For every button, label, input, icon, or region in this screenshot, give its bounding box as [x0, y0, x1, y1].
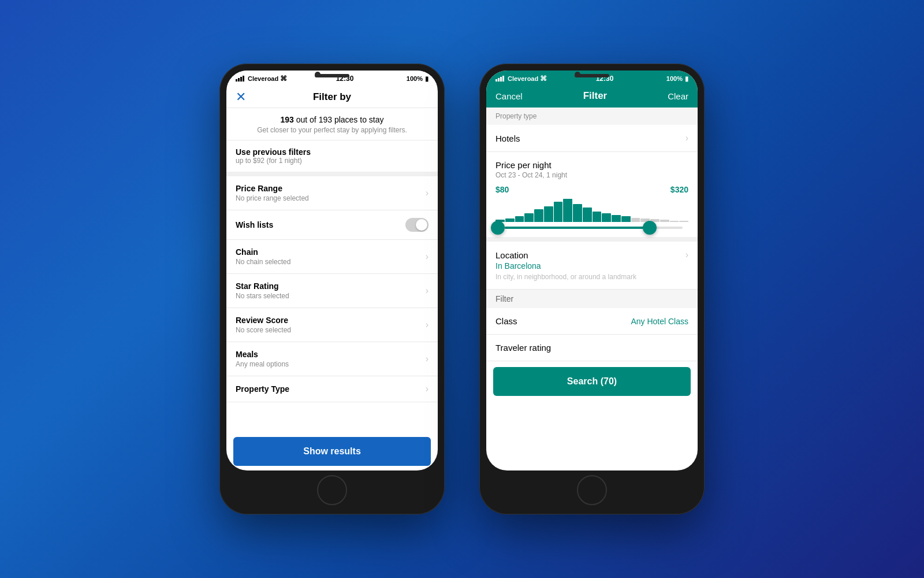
range-thumb-left[interactable]: [491, 221, 505, 235]
battery-label-1: 100%: [407, 75, 423, 82]
hotels-text: Hotels: [495, 134, 520, 143]
chevron-location: ›: [685, 250, 688, 260]
chevron-right-icon: ›: [426, 188, 429, 198]
previous-filter[interactable]: Use previous filters up to $92 (for 1 ni…: [226, 140, 438, 176]
filter-hint: Get closer to your perfect stay by apply…: [238, 126, 426, 134]
status-bar-2: Cleveroad ⌘ 12:30 100% ▮: [486, 71, 698, 87]
search-button[interactable]: Search (70): [493, 367, 691, 396]
property-type-header: Property type: [486, 108, 698, 125]
cancel-button[interactable]: Cancel: [495, 91, 523, 101]
chevron-right-icon-6: ›: [426, 384, 429, 394]
class-item[interactable]: Class Any Hotel Class: [486, 308, 698, 335]
meals-title: Meals: [236, 350, 421, 359]
hotels-item[interactable]: Hotels ›: [486, 125, 698, 152]
filter-list: Price Range No price range selected › Wi…: [226, 176, 438, 432]
price-range-labels: $80 $320: [495, 185, 688, 194]
chevron-right-icon-4: ›: [426, 320, 429, 330]
status-bar-1: Cleveroad ⌘ 12:30 100% ▮: [226, 71, 438, 87]
min-price: $80: [495, 185, 509, 194]
hist-9: [573, 204, 582, 222]
carrier-2: Cleveroad: [508, 75, 538, 82]
class-value: Any Hotel Class: [631, 317, 688, 326]
range-fill: [505, 227, 646, 229]
signal-bar-2-3: [500, 77, 502, 81]
location-value: In Barcelona: [495, 261, 688, 271]
phone-1-screen: Cleveroad ⌘ 12:30 100% ▮ ✕ Filter by 193…: [226, 71, 438, 470]
home-button-2[interactable]: [577, 475, 607, 505]
signal-bar-1: [236, 79, 237, 81]
battery-label-2: 100%: [666, 75, 683, 82]
hist-12: [602, 213, 611, 222]
clear-button[interactable]: Clear: [668, 91, 688, 101]
location-label: Location: [495, 250, 528, 260]
signal-bar-2-1: [495, 79, 497, 81]
status-left-1: Cleveroad ⌘: [236, 75, 287, 83]
chevron-hotels: ›: [685, 133, 688, 143]
hist-3: [515, 216, 524, 222]
hist-5: [534, 209, 543, 222]
location-title: Location ›: [495, 250, 688, 260]
signal-bars-2: [495, 76, 504, 81]
signal-bar-3: [240, 77, 242, 81]
hist-20: [679, 221, 688, 222]
battery-icon-1: ▮: [425, 75, 429, 83]
home-button-1[interactable]: [317, 475, 347, 505]
price-section: Price per night Oct 23 - Oct 24, 1 night…: [486, 152, 698, 242]
hist-4: [524, 213, 534, 222]
filter-title: Filter: [583, 90, 608, 102]
filter-star-rating[interactable]: Star Rating No stars selected ›: [226, 274, 438, 308]
nav-bar-1: ✕ Filter by: [226, 87, 438, 108]
price-range-sub: No price range selected: [236, 194, 421, 202]
toggle-knob: [416, 219, 427, 231]
filter-property-type[interactable]: Property Type ›: [226, 376, 438, 402]
wish-lists-toggle[interactable]: [405, 218, 429, 232]
phone-camera: [315, 72, 321, 77]
show-results-button[interactable]: Show results: [233, 437, 431, 466]
signal-bar-2-2: [498, 78, 500, 81]
status-left-2: Cleveroad ⌘: [495, 75, 547, 83]
signal-bars-1: [236, 76, 244, 81]
review-score-title: Review Score: [236, 316, 421, 325]
class-label: Class: [495, 316, 517, 326]
battery-icon-2: ▮: [685, 75, 688, 83]
phone-camera-2: [575, 72, 580, 77]
wish-lists-title: Wish lists: [236, 220, 405, 229]
hist-19: [670, 221, 679, 222]
price-header: Price per night: [495, 160, 688, 170]
chevron-right-icon-5: ›: [426, 354, 429, 364]
signal-bar-4: [243, 76, 244, 81]
meals-sub: Any meal options: [236, 360, 421, 368]
subtitle-area: 193 out of 193 places to stay Get closer…: [226, 108, 438, 140]
hist-15: [631, 218, 640, 222]
hist-8: [563, 199, 572, 222]
filter-price-range[interactable]: Price Range No price range selected ›: [226, 176, 438, 210]
nav-title-1: Filter by: [313, 91, 351, 103]
chevron-right-icon-2: ›: [426, 251, 429, 262]
price-histogram: [495, 199, 688, 222]
phone-2-screen: Cleveroad ⌘ 12:30 100% ▮ Cancel Filter C…: [486, 71, 698, 470]
prev-filter-title: Use previous filters: [236, 147, 429, 157]
chain-title: Chain: [236, 247, 421, 257]
filter-meals[interactable]: Meals Any meal options ›: [226, 342, 438, 376]
filter-wish-lists: Wish lists: [226, 210, 438, 240]
hist-14: [621, 216, 631, 222]
phone-2: Cleveroad ⌘ 12:30 100% ▮ Cancel Filter C…: [479, 64, 705, 514]
close-button[interactable]: ✕: [236, 90, 246, 105]
hist-13: [612, 215, 621, 222]
status-right-2: 100% ▮: [662, 75, 688, 83]
location-section[interactable]: Location › In Barcelona In city, in neig…: [486, 242, 698, 290]
filter-chain[interactable]: Chain No chain selected ›: [226, 240, 438, 274]
traveler-rating-item[interactable]: Traveler rating: [486, 335, 698, 361]
filter-label: Filter: [486, 290, 698, 308]
range-thumb-right[interactable]: [643, 221, 657, 235]
bluetooth-icon-1: [403, 75, 404, 82]
filter-review-score[interactable]: Review Score No score selected ›: [226, 308, 438, 342]
chevron-right-icon-3: ›: [426, 286, 429, 296]
bluetooth-icon-2: [662, 75, 664, 82]
price-range-title: Price Range: [236, 184, 421, 193]
teal-nav-bar: Cancel Filter Clear: [486, 87, 698, 108]
hist-18: [660, 220, 669, 222]
star-rating-sub: No stars selected: [236, 292, 421, 300]
wifi-icon-2: ⌘: [540, 75, 547, 83]
phone-1: Cleveroad ⌘ 12:30 100% ▮ ✕ Filter by 193…: [219, 64, 445, 514]
